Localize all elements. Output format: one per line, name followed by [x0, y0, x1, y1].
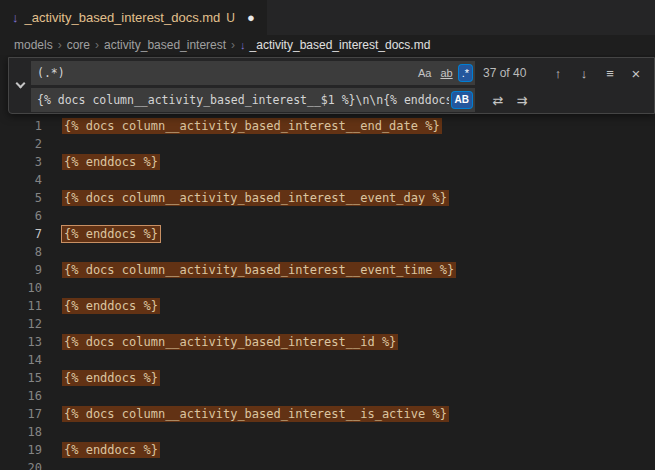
find-match: {% enddocs %}: [62, 370, 160, 386]
line-number: 11: [0, 297, 42, 315]
breadcrumb-item-core[interactable]: core: [67, 38, 90, 52]
editor-line[interactable]: 9{% docs column__activity_based_interest…: [0, 261, 655, 279]
editor-line[interactable]: 14: [0, 351, 655, 369]
git-status-badge: U: [226, 11, 235, 25]
line-number: 8: [0, 243, 42, 261]
replace-all-button[interactable]: ⇉: [513, 93, 531, 108]
match-count: 37 of 40: [483, 66, 541, 80]
chevron-down-icon: [15, 79, 25, 89]
line-number: 17: [0, 405, 42, 423]
find-match: {% enddocs %}: [62, 298, 160, 314]
line-content: {% enddocs %}: [42, 225, 160, 243]
line-number: 13: [0, 333, 42, 351]
editor-line[interactable]: 8: [0, 243, 655, 261]
line-content: {% enddocs %}: [42, 297, 160, 315]
editor-line[interactable]: 15{% enddocs %}: [0, 369, 655, 387]
line-number: 10: [0, 279, 42, 297]
regex-button[interactable]: .*: [459, 65, 472, 81]
replace-button[interactable]: ⇄: [489, 93, 507, 108]
line-number: 6: [0, 207, 42, 225]
find-match: {% enddocs %}: [62, 442, 160, 458]
line-number: 4: [0, 171, 42, 189]
line-content: {% docs column__activity_based_interest_…: [42, 333, 398, 351]
whole-word-button[interactable]: ab: [437, 65, 455, 81]
previous-match-button[interactable]: ↑: [549, 66, 567, 81]
editor-line[interactable]: 11{% enddocs %}: [0, 297, 655, 315]
find-replace-widget: (.*) Aa ab .* 37 of 40 ↑ ↓ ≡ × {% docs c…: [8, 57, 655, 114]
find-match: {% enddocs %}: [62, 154, 160, 170]
editor-lines: 1{% docs column__activity_based_interest…: [0, 117, 655, 470]
editor-line[interactable]: 17{% docs column__activity_based_interes…: [0, 405, 655, 423]
current-find-match: {% enddocs %}: [62, 226, 160, 242]
line-content: [42, 423, 62, 441]
line-number: 12: [0, 315, 42, 333]
editor-line[interactable]: 13{% docs column__activity_based_interes…: [0, 333, 655, 351]
find-in-selection-button[interactable]: ≡: [601, 66, 619, 81]
line-content: {% docs column__activity_based_interest_…: [42, 405, 449, 423]
line-number: 9: [0, 261, 42, 279]
tab-bar: ↓ _activity_based_interest_docs.md U ●: [0, 0, 655, 35]
editor-line[interactable]: 2: [0, 135, 655, 153]
editor[interactable]: (.*) Aa ab .* 37 of 40 ↑ ↓ ≡ × {% docs c…: [0, 55, 655, 470]
preserve-case-button[interactable]: AB: [452, 92, 472, 108]
editor-line[interactable]: 16: [0, 387, 655, 405]
replace-input[interactable]: {% docs column__activity_based_interest_…: [31, 88, 475, 112]
line-number: 19: [0, 441, 42, 459]
vscode-window: ↓ _activity_based_interest_docs.md U ● m…: [0, 0, 655, 470]
toggle-replace-button[interactable]: [9, 58, 31, 113]
breadcrumb-item-models[interactable]: models: [14, 38, 53, 52]
tab-filename: _activity_based_interest_docs.md: [25, 10, 221, 25]
editor-line[interactable]: 1{% docs column__activity_based_interest…: [0, 117, 655, 135]
editor-line[interactable]: 5{% docs column__activity_based_interest…: [0, 189, 655, 207]
line-number: 3: [0, 153, 42, 171]
line-content: [42, 135, 62, 153]
next-match-button[interactable]: ↓: [575, 66, 593, 81]
breadcrumb-item-file[interactable]: _activity_based_interest_docs.md: [250, 38, 431, 52]
editor-line[interactable]: 4: [0, 171, 655, 189]
breadcrumb-separator: ›: [58, 38, 62, 52]
markdown-icon: ↓: [240, 39, 246, 51]
match-case-button[interactable]: Aa: [415, 65, 434, 81]
line-content: {% docs column__activity_based_interest_…: [42, 117, 442, 135]
editor-line[interactable]: 19{% enddocs %}: [0, 441, 655, 459]
tab-active[interactable]: ↓ _activity_based_interest_docs.md U ●: [0, 0, 267, 35]
find-match: {% docs column__activity_based_interest_…: [62, 334, 398, 350]
line-content: {% enddocs %}: [42, 369, 160, 387]
line-number: 15: [0, 369, 42, 387]
markdown-icon: ↓: [12, 10, 19, 25]
replace-row: {% docs column__activity_based_interest_…: [31, 88, 650, 112]
find-row: (.*) Aa ab .* 37 of 40 ↑ ↓ ≡ ×: [31, 61, 650, 85]
editor-line[interactable]: 18: [0, 423, 655, 441]
line-number: 1: [0, 117, 42, 135]
line-content: [42, 459, 62, 470]
unsaved-changes-dot[interactable]: ●: [247, 11, 255, 24]
line-content: [42, 243, 62, 261]
editor-line[interactable]: 20: [0, 459, 655, 470]
line-content: {% enddocs %}: [42, 441, 160, 459]
breadcrumb: models › core › activity_based_interest …: [0, 35, 655, 55]
editor-line[interactable]: 7{% enddocs %}: [0, 225, 655, 243]
find-match: {% docs column__activity_based_interest_…: [62, 262, 456, 278]
line-content: {% docs column__activity_based_interest_…: [42, 261, 456, 279]
editor-line[interactable]: 10: [0, 279, 655, 297]
find-match: {% docs column__activity_based_interest_…: [62, 406, 449, 422]
breadcrumb-item-activity-based-interest[interactable]: activity_based_interest: [104, 38, 226, 52]
line-content: [42, 279, 62, 297]
find-input[interactable]: (.*) Aa ab .*: [31, 61, 475, 85]
replace-input-value: {% docs column__activity_based_interest_…: [37, 93, 449, 107]
find-match: {% docs column__activity_based_interest_…: [62, 118, 442, 134]
line-number: 16: [0, 387, 42, 405]
line-content: [42, 171, 62, 189]
line-content: [42, 351, 62, 369]
line-content: [42, 387, 62, 405]
close-icon[interactable]: ×: [627, 65, 645, 82]
breadcrumb-separator: ›: [95, 38, 99, 52]
breadcrumb-separator: ›: [231, 38, 235, 52]
line-number: 14: [0, 351, 42, 369]
find-input-value: (.*): [37, 66, 412, 80]
editor-line[interactable]: 12: [0, 315, 655, 333]
editor-line[interactable]: 6: [0, 207, 655, 225]
find-match: {% docs column__activity_based_interest_…: [62, 190, 449, 206]
editor-line[interactable]: 3{% enddocs %}: [0, 153, 655, 171]
line-content: {% enddocs %}: [42, 153, 160, 171]
